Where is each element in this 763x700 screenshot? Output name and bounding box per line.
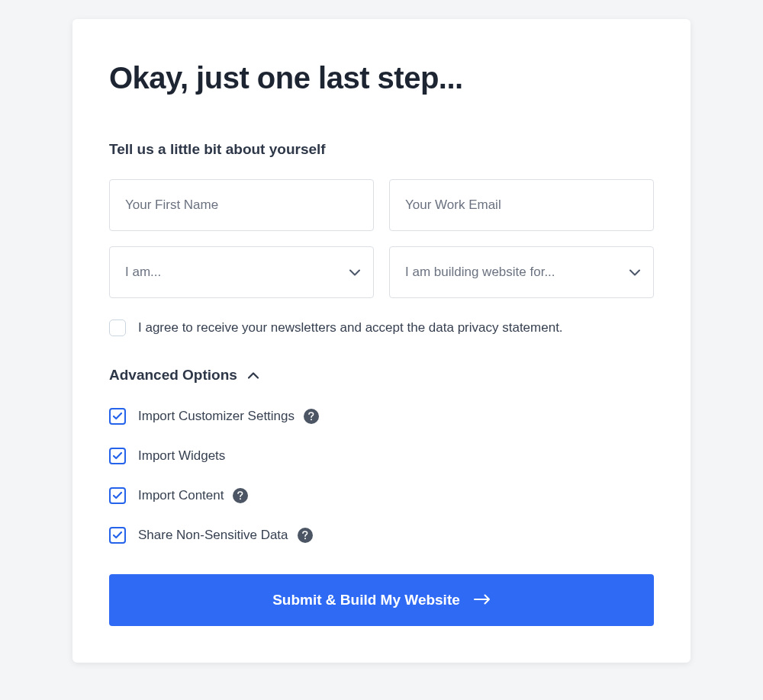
submit-button-label: Submit & Build My Website [272, 592, 460, 608]
work-email-input[interactable] [389, 179, 654, 231]
consent-label: I agree to receive your newsletters and … [138, 320, 563, 336]
advanced-options-label: Advanced Options [109, 367, 237, 384]
help-icon[interactable] [298, 528, 313, 543]
help-icon[interactable] [233, 488, 248, 503]
svg-point-2 [304, 538, 306, 539]
advanced-options-toggle[interactable]: Advanced Options [109, 367, 654, 384]
building-for-select[interactable]: I am building website for... [389, 246, 654, 298]
option-row: Import Widgets [109, 448, 654, 464]
role-select[interactable]: I am... [109, 246, 374, 298]
option-row: Import Customizer Settings [109, 408, 654, 425]
share-data-checkbox[interactable] [109, 527, 126, 544]
svg-point-0 [311, 419, 312, 420]
import-customizer-checkbox[interactable] [109, 408, 126, 425]
option-row: Import Content [109, 487, 654, 504]
advanced-options-list: Import Customizer Settings Import Widget… [109, 408, 654, 544]
building-for-select-wrapper: I am building website for... [389, 246, 654, 298]
consent-row: I agree to receive your newsletters and … [109, 319, 654, 336]
submit-button[interactable]: Submit & Build My Website [109, 574, 654, 626]
role-select-wrapper: I am... [109, 246, 374, 298]
chevron-up-icon [248, 368, 259, 382]
page-title: Okay, just one last step... [109, 61, 654, 95]
fields-grid: I am... I am building website for... [109, 179, 654, 298]
option-label: Share Non-Sensitive Data [138, 528, 288, 543]
import-content-checkbox[interactable] [109, 487, 126, 504]
option-row: Share Non-Sensitive Data [109, 527, 654, 544]
first-name-input[interactable] [109, 179, 374, 231]
import-widgets-checkbox[interactable] [109, 448, 126, 464]
section-subtitle: Tell us a little bit about yourself [109, 141, 654, 158]
svg-point-1 [240, 498, 241, 499]
arrow-right-icon [474, 592, 491, 608]
option-label: Import Widgets [138, 448, 225, 464]
help-icon[interactable] [304, 409, 319, 424]
option-label: Import Customizer Settings [138, 409, 295, 424]
onboarding-form-card: Okay, just one last step... Tell us a li… [72, 19, 691, 663]
option-label: Import Content [138, 488, 224, 503]
consent-checkbox[interactable] [109, 319, 126, 336]
